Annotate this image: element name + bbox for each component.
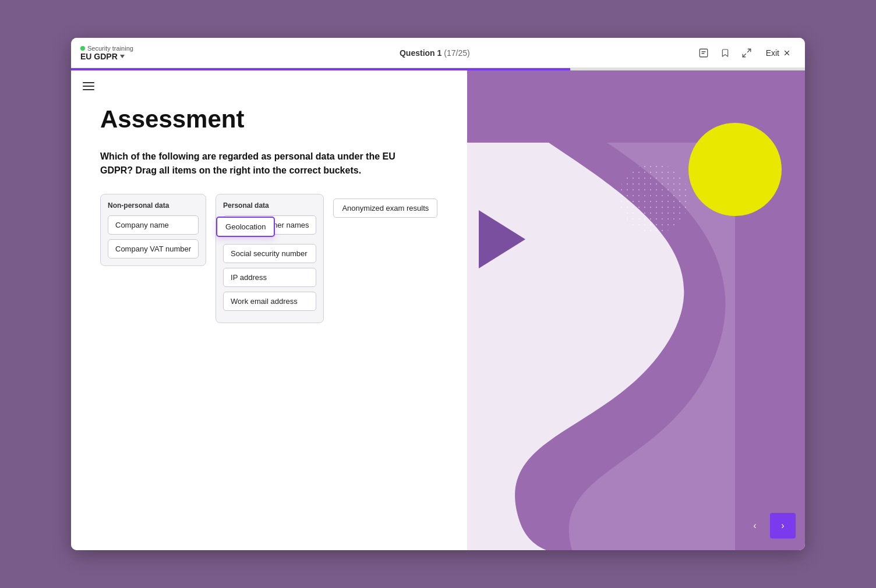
topbar: Security training EU GDPR Question 1 (17…	[71, 38, 805, 68]
topbar-center: Question 1 (17/25)	[174, 48, 696, 58]
exit-button[interactable]: Exit	[761, 46, 796, 60]
next-icon: ›	[781, 520, 784, 531]
notes-button[interactable]	[696, 45, 711, 61]
course-title[interactable]: EU GDPR	[80, 52, 174, 61]
bucket-personal: Personal data List of customer names Soc…	[216, 194, 324, 323]
drag-item-work-email[interactable]: Work email address	[223, 292, 316, 311]
drag-item-company-name[interactable]: Company name	[108, 215, 199, 235]
left-panel: Assessment Which of the following are re…	[71, 70, 467, 550]
exit-label: Exit	[766, 48, 779, 58]
green-dot-icon	[80, 46, 85, 51]
course-title-text: EU GDPR	[80, 52, 118, 61]
drag-drop-area: Non-personal data Company name Company V…	[100, 194, 438, 323]
security-training-text: Security training	[87, 45, 133, 52]
security-training-label: Security training	[80, 45, 174, 52]
main-content: Assessment Which of the following are re…	[71, 70, 805, 550]
navigation-buttons: ‹ ›	[742, 513, 796, 539]
question-counter: (17/25)	[444, 48, 469, 58]
topbar-right: Exit	[696, 45, 796, 61]
chevron-arrow-decoration	[479, 210, 525, 268]
svg-line-4	[743, 54, 746, 56]
bucket-non-personal: Non-personal data Company name Company V…	[100, 194, 206, 266]
bucket-non-personal-title: Non-personal data	[108, 201, 199, 210]
next-button[interactable]: ›	[770, 513, 796, 539]
drag-item-social-security[interactable]: Social security number	[223, 244, 316, 263]
free-items-area: Anonymized exam results	[333, 199, 437, 218]
right-panel: ‹ ›	[467, 70, 805, 550]
question-text: Which of the following are regarded as p…	[100, 150, 426, 178]
svg-line-3	[747, 49, 750, 52]
drag-item-company-vat[interactable]: Company VAT number	[108, 239, 199, 258]
floating-geolocation[interactable]: Geolocation	[216, 217, 275, 237]
fullscreen-button[interactable]	[739, 45, 754, 61]
drag-placeholder	[223, 239, 316, 244]
chevron-down-icon	[120, 55, 125, 58]
svg-rect-0	[700, 49, 708, 57]
hamburger-line-2	[83, 86, 94, 87]
topbar-left: Security training EU GDPR	[80, 45, 174, 61]
bookmark-button[interactable]	[718, 45, 732, 61]
hamburger-line-3	[83, 89, 94, 90]
swoosh-decoration	[467, 143, 735, 550]
yellow-circle-decoration	[688, 123, 782, 216]
page-title: Assessment	[100, 105, 438, 133]
floating-item-label: Geolocation	[225, 222, 266, 231]
prev-icon: ‹	[753, 520, 756, 531]
svg-marker-7	[479, 210, 525, 268]
hamburger-line-1	[83, 82, 94, 83]
drag-item-ip-address[interactable]: IP address	[223, 268, 316, 287]
hamburger-button[interactable]	[80, 80, 97, 93]
prev-button[interactable]: ‹	[742, 513, 768, 539]
question-label: Question 1	[400, 48, 441, 58]
free-item-anonymized[interactable]: Anonymized exam results	[333, 199, 437, 218]
bucket-personal-title: Personal data	[223, 201, 316, 210]
content-area: Assessment Which of the following are re…	[71, 70, 467, 341]
app-window: Security training EU GDPR Question 1 (17…	[71, 38, 805, 550]
